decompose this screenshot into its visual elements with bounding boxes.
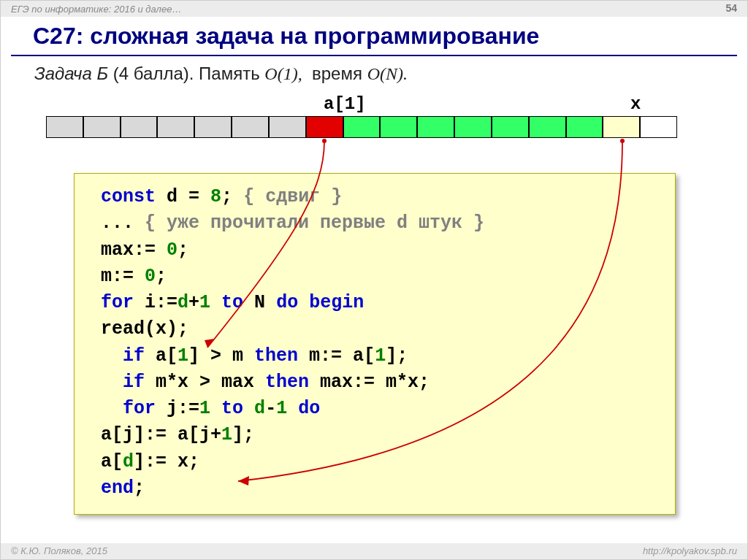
task-points: (4 балла). (113, 64, 194, 83)
arrow-start-dot-2 (620, 139, 625, 143)
slide: ЕГЭ по информатике: 2016 и далее… 54 C27… (0, 0, 748, 560)
code-line-9: for j:=1 to d-1 do (101, 396, 663, 422)
tape-cell (566, 116, 603, 138)
tape-cell (194, 116, 232, 138)
subtitle: Задача Б (4 балла). Память O(1), время O… (34, 64, 408, 84)
tape-cell (417, 116, 454, 138)
code-line-7: if a[1] > m then m:= a[1]; (101, 343, 663, 369)
tape-cell (157, 116, 194, 138)
tape-cell (492, 116, 529, 138)
tape-cell (380, 116, 417, 138)
tape-cell (529, 116, 566, 138)
label-a1: a[1] (324, 94, 366, 114)
code-line-10: a[j]:= a[j+1]; (101, 422, 663, 448)
time-word: время (312, 64, 362, 83)
tape-cell (343, 116, 381, 138)
footer-copyright: © К.Ю. Поляков, 2015 (11, 545, 107, 556)
tape-cell (306, 116, 343, 138)
title-underline (11, 55, 737, 56)
tape-cell (640, 116, 677, 138)
tape-cell (603, 116, 640, 138)
mem-word: Память (199, 64, 260, 83)
task-name: Задача Б (34, 64, 108, 83)
array-tape (46, 116, 677, 138)
code-line-4: m:= 0; (101, 264, 663, 290)
tape-cell (83, 116, 121, 138)
code-line-6: read(x); (101, 316, 663, 342)
code-line-12: end; (101, 475, 663, 502)
header-context: ЕГЭ по информатике: 2016 и далее… (11, 4, 181, 15)
tape-cell (46, 116, 83, 138)
header-bar: ЕГЭ по информатике: 2016 и далее… 54 (1, 1, 747, 17)
arrow-start-dot-1 (322, 139, 327, 143)
tape-cell (454, 116, 492, 138)
code-line-3: max:= 0; (101, 237, 663, 264)
code-line-2: ... { уже прочитали первые d штук } (101, 210, 663, 237)
tape-cell (232, 116, 269, 138)
footer-bar: © К.Ю. Поляков, 2015 http://kpolyakov.sp… (1, 543, 747, 559)
mem-big-o: O(1), (264, 64, 302, 83)
label-x: x (630, 94, 641, 114)
tape-cell (269, 116, 306, 138)
tape-cell (121, 116, 158, 138)
code-line-5: for i:=d+1 to N do begin (101, 290, 663, 316)
code-line-11: a[d]:= x; (101, 449, 663, 475)
code-line-1: const d = 8; { сдвиг } (101, 184, 663, 210)
code-line-8: if m*x > max then max:= m*x; (101, 369, 663, 396)
slide-title: C27: сложная задача на программирование (1, 23, 747, 50)
code-box: const d = 8; { сдвиг } ... { уже прочита… (74, 173, 676, 515)
footer-url: http://kpolyakov.spb.ru (643, 545, 737, 556)
time-big-o: O(N). (367, 64, 408, 83)
page-number: 54 (725, 2, 737, 14)
